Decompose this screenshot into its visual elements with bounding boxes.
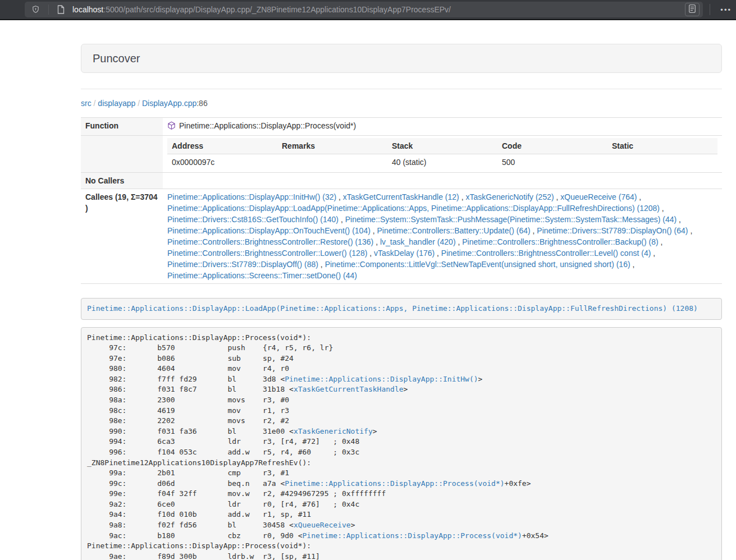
code-line: Pinetime::Applications::DisplayApp::Proc… (87, 333, 311, 342)
code-line: 980: 4604 mov r4, r0 (87, 364, 289, 373)
callee-link[interactable]: Pinetime::Controllers::Battery::Update()… (377, 226, 531, 235)
column-header: Code (497, 138, 607, 154)
callee-link[interactable]: xTaskGenericNotify (252) (465, 192, 554, 201)
callee-link[interactable]: Pinetime::Drivers::St7789::DisplayOn() (… (537, 226, 688, 235)
callee-link[interactable]: Pinetime::Components::LittleVgl::SetNewT… (325, 260, 630, 269)
page-title: Puncover (93, 52, 140, 65)
code-symbol-link[interactable]: xQueueReceive (294, 521, 351, 529)
divider (81, 89, 722, 89)
code-line: 986: f031 f8c7 bl 31b18 <xTaskGetCurrent… (87, 385, 408, 393)
metric-cell: 0x0000097c (167, 154, 277, 171)
url-bar-divider (48, 4, 49, 15)
security-shield-icon[interactable] (28, 5, 43, 14)
callee-link[interactable]: lv_task_handler (420) (380, 237, 456, 246)
callee-separator: , (435, 249, 441, 258)
callees-list: Pinetime::Applications::DisplayApp::Init… (163, 189, 722, 284)
function-table: Function Pinetime::Applications::Display… (81, 117, 722, 284)
callee-separator: , (336, 192, 343, 201)
code-line: 9a2: 6ce0 ldr r0, [r4, #76] ; 0x4c (87, 500, 359, 508)
callee-separator: , (339, 215, 345, 224)
callee-separator: , (676, 215, 681, 224)
callees-row: Callees (19, Σ=3704 ) Pinetime::Applicat… (81, 189, 722, 284)
code-line: 9a8: f02f fd56 bl 30458 <xQueueReceive> (87, 521, 355, 529)
function-name: Pinetime::Applications::DisplayApp::Proc… (179, 121, 356, 130)
code-line: 98e: 2202 movs r2, #2 (87, 416, 289, 425)
callee-link[interactable]: Pinetime::Applications::DisplayApp::OnTo… (167, 226, 371, 235)
code-line: _ZN8Pinetime12Applications10DisplayApp7R… (87, 458, 311, 467)
callee-link[interactable]: Pinetime::System::SystemTask::PushMessag… (345, 215, 677, 224)
callee-link[interactable]: xQueueReceive (764) (560, 192, 637, 201)
code-line: 9ae: f89d 300b ldrb.w r3, [sp, #11] (87, 552, 320, 560)
url-host: localhost (72, 5, 103, 14)
callee-link[interactable]: xTaskGetCurrentTaskHandle (12) (343, 192, 459, 201)
column-header: Address (167, 138, 277, 154)
code-line: Pinetime::Applications::DisplayApp::Proc… (87, 541, 311, 550)
code-line: 99c: d06d beq.n a7a <Pinetime::Applicati… (87, 479, 531, 488)
code-symbol-link[interactable]: Pinetime::Applications::DisplayApp::Init… (285, 375, 478, 383)
callee-separator: , (554, 192, 561, 201)
column-header: Remarks (277, 138, 387, 154)
breadcrumb-link[interactable]: src (81, 99, 92, 108)
code-line: 98a: 2300 movs r3, #0 (87, 396, 289, 404)
callee-link[interactable]: Pinetime::Controllers::BrightnessControl… (441, 249, 651, 258)
callee-separator: , (660, 204, 664, 213)
breadcrumb: src / displayapp / DisplayApp.cpp:86 (81, 98, 722, 109)
callee-separator: , (688, 226, 693, 235)
page-document-icon (54, 5, 68, 14)
no-callers-label: No Callers (81, 173, 163, 189)
package-icon (167, 121, 176, 133)
code-line: 97c: b570 push {r4, r5, r6, lr} (87, 343, 333, 352)
code-line: 98c: 4619 mov r1, r3 (87, 406, 289, 415)
metric-cell: 40 (static) (387, 154, 497, 171)
menu-button[interactable]: ••• (716, 3, 736, 16)
code-symbol-link[interactable]: Pinetime::Applications::DisplayApp::Proc… (285, 479, 504, 488)
metrics-row: AddressRemarksStackCodeStatic 0x0000097c… (81, 136, 722, 173)
disassembly: Pinetime::Applications::DisplayApp::Proc… (81, 327, 722, 560)
callee-separator: , (371, 226, 377, 235)
url-path: :5000/path/src/displayapp/DisplayApp.cpp… (103, 5, 451, 14)
code-symbol-link[interactable]: xTaskGetCurrentTaskHandle (294, 385, 404, 393)
callee-link[interactable]: Pinetime::Applications::DisplayApp::Load… (167, 204, 660, 213)
code-line: 990: f031 fa36 bl 31e00 <xTaskGenericNot… (87, 427, 377, 435)
callee-separator: , (459, 192, 466, 201)
code-line: 9a4: f10d 010b add.w r1, sp, #11 (87, 510, 311, 518)
url-text: localhost:5000/path/src/displayapp/Displ… (72, 5, 685, 14)
callee-separator: , (367, 249, 374, 258)
no-callers-row: No Callers (81, 173, 722, 189)
callee-link[interactable]: Pinetime::Drivers::Cst816S::GetTouchInfo… (167, 215, 339, 224)
function-label: Function (81, 118, 163, 136)
breadcrumb-line-number: :86 (196, 99, 207, 108)
callee-separator: , (373, 237, 380, 246)
breadcrumb-separator: / (135, 99, 142, 108)
callee-link[interactable]: vTaskDelay (176) (374, 249, 435, 258)
callee-separator: , (651, 249, 655, 258)
callee-link[interactable]: Pinetime::Drivers::St7789::DisplayOff() … (167, 260, 318, 269)
ellipsis-icon: ••• (720, 6, 732, 14)
code-line: 99a: 2b01 cmp r3, #1 (87, 469, 289, 477)
callee-separator: , (659, 237, 663, 246)
callee-link[interactable]: Pinetime::Applications::Screens::Timer::… (167, 271, 357, 280)
callee-link[interactable]: Pinetime::Controllers::BrightnessControl… (167, 249, 367, 258)
callee-separator: , (637, 192, 641, 201)
breadcrumb-link[interactable]: DisplayApp.cpp (142, 99, 196, 108)
callee-highlight: Pinetime::Applications::DisplayApp::Load… (81, 298, 722, 320)
callee-link[interactable]: Pinetime::Controllers::BrightnessControl… (462, 237, 658, 246)
callee-separator: , (456, 237, 463, 246)
callees-label: Callees (19, Σ=3704 ) (81, 189, 163, 284)
url-bar[interactable]: localhost:5000/path/src/displayapp/Displ… (25, 2, 703, 17)
app-header: Puncover (81, 44, 722, 73)
breadcrumb-separator: / (92, 99, 98, 108)
code-line: 9ac: b180 cbz r0, 9d0 <Pinetime::Applica… (87, 531, 548, 540)
code-line: 99e: f04f 32ff mov.w r2, #4294967295 ; 0… (87, 489, 386, 498)
breadcrumb-link[interactable]: displayapp (98, 99, 135, 108)
callee-link[interactable]: Pinetime::Applications::DisplayApp::Init… (167, 192, 336, 201)
callee-separator: , (318, 260, 325, 269)
code-symbol-link[interactable]: Pinetime::Applications::DisplayApp::Proc… (303, 531, 522, 540)
code-symbol-link[interactable]: xTaskGenericNotify (294, 427, 373, 435)
metrics-table: AddressRemarksStackCodeStatic 0x0000097c… (167, 138, 717, 170)
metric-cell (277, 154, 387, 171)
callee-highlight-link[interactable]: Pinetime::Applications::DisplayApp::Load… (87, 304, 698, 313)
code-line: 97e: b086 sub sp, #24 (87, 354, 294, 362)
callee-link[interactable]: Pinetime::Controllers::BrightnessControl… (167, 237, 373, 246)
reader-mode-button[interactable] (685, 3, 700, 16)
